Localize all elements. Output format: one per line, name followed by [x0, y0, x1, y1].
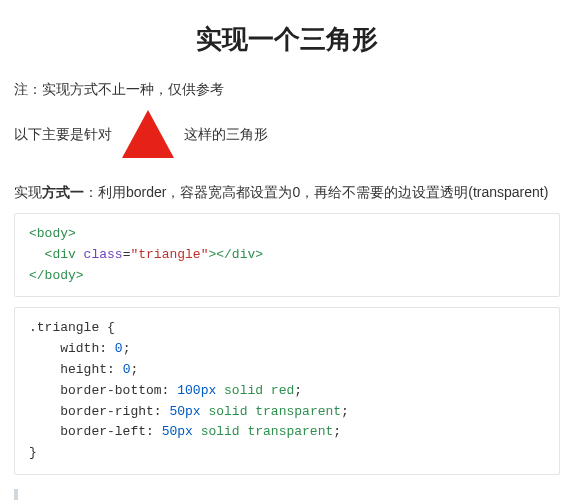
- code-token: }: [29, 445, 37, 460]
- code-token: ;: [341, 404, 349, 419]
- method-rest: ：利用border，容器宽高都设置为0，再给不需要的边设置透明(transpar…: [84, 184, 548, 200]
- code-token: width:: [29, 341, 115, 356]
- intro-before: 以下主要是针对: [14, 124, 112, 145]
- code-token: ;: [294, 383, 302, 398]
- page-title: 实现一个三角形: [14, 20, 560, 59]
- footnote-blockquote: 注：设置的边框宽度对应的是该边三角形的高: [14, 489, 560, 500]
- code-token: transparent: [240, 424, 334, 439]
- code-token: 50px: [162, 424, 193, 439]
- code-block-html: <body> <div class="triangle"></div> </bo…: [14, 213, 560, 297]
- code-token: ></div>: [208, 247, 263, 262]
- note-text: 注：实现方式不止一种，仅供参考: [14, 79, 560, 100]
- code-token: "triangle": [130, 247, 208, 262]
- code-token: .triangle {: [29, 320, 115, 335]
- code-token: class: [76, 247, 123, 262]
- code-token: solid: [193, 424, 240, 439]
- code-token: border-right:: [29, 404, 169, 419]
- method-one-heading: 实现方式一：利用border，容器宽高都设置为0，再给不需要的边设置透明(tra…: [14, 182, 560, 203]
- code-token: border-left:: [29, 424, 162, 439]
- code-token: solid: [216, 383, 263, 398]
- method-bold: 方式一: [42, 184, 84, 200]
- code-token: solid: [201, 404, 248, 419]
- code-token: height:: [29, 362, 123, 377]
- intro-line: 以下主要是针对 这样的三角形: [14, 110, 560, 158]
- code-block-css: .triangle { width: 0; height: 0; border-…: [14, 307, 560, 475]
- code-token: red: [263, 383, 294, 398]
- red-triangle-icon: [122, 110, 174, 158]
- code-token: <body>: [29, 226, 76, 241]
- code-token: ;: [123, 341, 131, 356]
- code-token: 50px: [169, 404, 200, 419]
- code-token: ;: [333, 424, 341, 439]
- code-token: ;: [130, 362, 138, 377]
- intro-after: 这样的三角形: [184, 124, 268, 145]
- code-token: 0: [115, 341, 123, 356]
- code-token: </body>: [29, 268, 84, 283]
- code-token: <div: [29, 247, 76, 262]
- code-token: border-bottom:: [29, 383, 177, 398]
- code-token: 100px: [177, 383, 216, 398]
- code-token: transparent: [247, 404, 341, 419]
- method-prefix: 实现: [14, 184, 42, 200]
